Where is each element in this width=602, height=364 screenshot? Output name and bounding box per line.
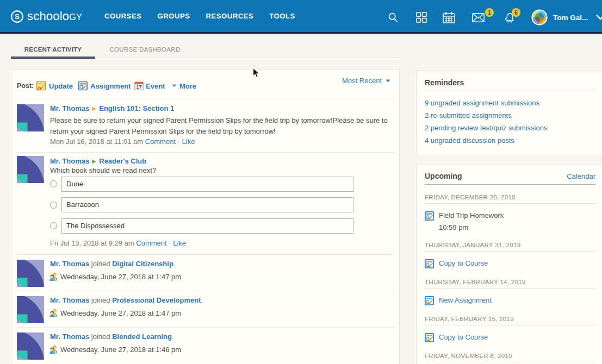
- author-link[interactable]: Mr. Thomas: [50, 157, 89, 165]
- breadcrumb-arrow-icon: [92, 159, 96, 164]
- join-meta: Wednesday, June 27, 2018 at 1:47 pm: [50, 309, 395, 317]
- group-join-icon: [49, 309, 58, 317]
- like-link[interactable]: Like: [173, 239, 186, 247]
- author-link[interactable]: Mr. Thomas: [50, 104, 89, 112]
- breadcrumb-arrow-icon: [92, 106, 96, 111]
- post-body-text: Please be sure to return your signed Par…: [50, 115, 395, 137]
- join-timestamp: Wednesday, June 27, 2018 at 1:46 pm: [60, 346, 181, 354]
- comment-link[interactable]: Comment: [136, 239, 166, 247]
- messages-icon[interactable]: 1: [472, 0, 485, 32]
- poll-option: Dune: [50, 177, 395, 192]
- period: .: [172, 332, 174, 341]
- feed-item-title: Mr. ThomasEnglish 101: Section 1: [50, 104, 395, 112]
- context-link[interactable]: English 101: Section 1: [99, 104, 174, 112]
- join-verb: joined: [89, 332, 112, 341]
- upcoming-item-time: 10:59 pm: [439, 223, 595, 231]
- upcoming-group: THURSDAY, FEBRUARY 14, 2019New Assignmen…: [425, 278, 595, 305]
- feed-item-join: Mr. Thomas joined Professional Developme…: [16, 291, 395, 328]
- search-icon[interactable]: [388, 0, 398, 32]
- post-meta: Fri Jul 13, 2018 at 9:29 am Comment · Li…: [50, 239, 395, 247]
- calendar-icon[interactable]: [443, 0, 455, 32]
- reminders-divider: [425, 91, 595, 91]
- poll-option-text[interactable]: The Dispossessed: [61, 218, 353, 234]
- calendar-link[interactable]: Calendar: [567, 172, 595, 180]
- author-link[interactable]: Mr. Thomas: [50, 332, 89, 341]
- context-link[interactable]: Reader's Club: [99, 157, 146, 165]
- poll-option-text[interactable]: Dune: [61, 177, 353, 192]
- nav-icon-cluster: 1 6 T: [0, 0, 602, 32]
- post-timestamp: Fri Jul 13, 2018 at 9:29 am: [50, 239, 134, 247]
- poll-radio-1[interactable]: [50, 180, 57, 187]
- post-label: Post:: [17, 82, 34, 90]
- reminder-link-3[interactable]: 2 pending review test/quiz submissions: [425, 122, 595, 134]
- notifications-badge: 6: [512, 8, 520, 17]
- event-icon: [134, 81, 144, 91]
- join-timestamp: Wednesday, June 27, 2018 at 1:47 pm: [60, 309, 181, 317]
- reminders-card: Reminders 9 ungraded assignment submissi…: [416, 71, 602, 154]
- profile-avatar[interactable]: [17, 332, 44, 360]
- chevron-down-icon[interactable]: [596, 0, 602, 32]
- assignment-icon: [425, 296, 434, 305]
- upcoming-group: THURSDAY, JANUARY 31, 2019Copy to Course: [425, 241, 595, 268]
- upcoming-item-link[interactable]: Copy to Course: [439, 259, 488, 268]
- feed-item-join: Mr. Thomas joined Blended Learning.Wedne…: [16, 328, 395, 363]
- tab-recent-activity[interactable]: RECENT ACTIVITY: [11, 46, 95, 53]
- profile-avatar[interactable]: [17, 104, 44, 131]
- post-meta: Mon Jul 16, 2018 at 11:01 am Comment · L…: [50, 137, 395, 146]
- poll-option-text[interactable]: Barracoon: [61, 197, 353, 212]
- post-more-button[interactable]: More: [179, 82, 196, 90]
- top-navbar: S schoology˙ COURSES GROUPS RESOURCES TO…: [0, 0, 602, 34]
- period: .: [173, 260, 176, 268]
- join-meta: Wednesday, June 27, 2018 at 1:47 pm: [50, 273, 395, 281]
- upcoming-group: FRIDAY, DECEMBER 28, 2018Field Trip Home…: [425, 193, 595, 231]
- poll-radio-2[interactable]: [50, 202, 57, 209]
- post-timestamp: Mon Jul 16, 2018 at 11:01 am: [50, 137, 143, 146]
- feed-item-title: Mr. Thomas joined Blended Learning.: [50, 332, 395, 341]
- upcoming-item: Field Trip Homework: [425, 211, 595, 221]
- messages-badge: 1: [485, 8, 494, 17]
- feed-item-body: Mr. Thomas joined Professional Developme…: [50, 296, 395, 323]
- reminder-link-1[interactable]: 9 ungraded assignment submissions: [425, 97, 595, 109]
- profile-avatar[interactable]: [17, 156, 44, 183]
- like-link[interactable]: Like: [182, 137, 195, 146]
- upcoming-group: FRIDAY, NOVEMBER 8, 2019: [425, 352, 595, 362]
- meta-separator: ·: [176, 137, 182, 146]
- feed-item-join: Mr. Thomas joined Digital Citizenship.We…: [16, 255, 395, 291]
- comment-link[interactable]: Comment: [145, 137, 176, 146]
- upcoming-item: Copy to Course: [425, 333, 595, 342]
- author-link[interactable]: Mr. Thomas: [50, 260, 89, 268]
- profile-avatar[interactable]: [17, 260, 44, 287]
- author-link[interactable]: Mr. Thomas: [50, 296, 89, 304]
- group-join-icon: [49, 345, 58, 354]
- feed-item-body: Mr. ThomasEnglish 101: Section 1Please b…: [50, 104, 395, 146]
- upcoming-date: FRIDAY, DECEMBER 28, 2018: [425, 193, 595, 204]
- joined-target-link[interactable]: Professional Development: [112, 296, 201, 304]
- user-name[interactable]: Tom Gal...: [553, 0, 588, 32]
- poll-radio-3[interactable]: [50, 222, 57, 229]
- upcoming-date: FRIDAY, FEBRUARY 15, 2019: [425, 315, 595, 325]
- post-assignment-button[interactable]: Assignment: [78, 81, 131, 91]
- upcoming-card: Upcoming Calendar FRIDAY, DECEMBER 28, 2…: [416, 165, 602, 364]
- upcoming-item-link[interactable]: Copy to Course: [439, 333, 488, 342]
- joined-target-link[interactable]: Blended Learning: [112, 332, 172, 341]
- post-event-button[interactable]: Event: [134, 81, 165, 91]
- upcoming-item-link[interactable]: New Assignment: [439, 296, 492, 305]
- tab-course-dashboard[interactable]: COURSE DASHBOARD: [96, 46, 194, 53]
- sort-dropdown[interactable]: Most Recent: [342, 77, 390, 85]
- reminder-link-2[interactable]: 2 re-submitted assignments: [425, 109, 595, 122]
- post-update-button[interactable]: Update: [36, 81, 73, 91]
- feed-item-title: Mr. ThomasReader's Club: [50, 157, 395, 165]
- more-chevron-icon: [172, 84, 177, 87]
- user-avatar[interactable]: [531, 0, 548, 32]
- notifications-icon[interactable]: 6: [503, 0, 517, 32]
- reminder-link-4[interactable]: 4 ungraded discussion posts: [425, 134, 595, 147]
- upcoming-title: Upcoming: [425, 172, 462, 180]
- update-icon: [36, 81, 46, 91]
- feed-item-body: Mr. ThomasReader's ClubWhich book should…: [50, 156, 395, 247]
- apps-grid-icon[interactable]: [416, 0, 427, 32]
- feed-item-title: Mr. Thomas joined Digital Citizenship.: [50, 260, 395, 268]
- feed-item-title: Mr. Thomas joined Professional Developme…: [50, 296, 395, 304]
- profile-avatar[interactable]: [17, 296, 44, 323]
- assignment-icon: [425, 211, 434, 221]
- joined-target-link[interactable]: Digital Citizenship: [112, 260, 173, 268]
